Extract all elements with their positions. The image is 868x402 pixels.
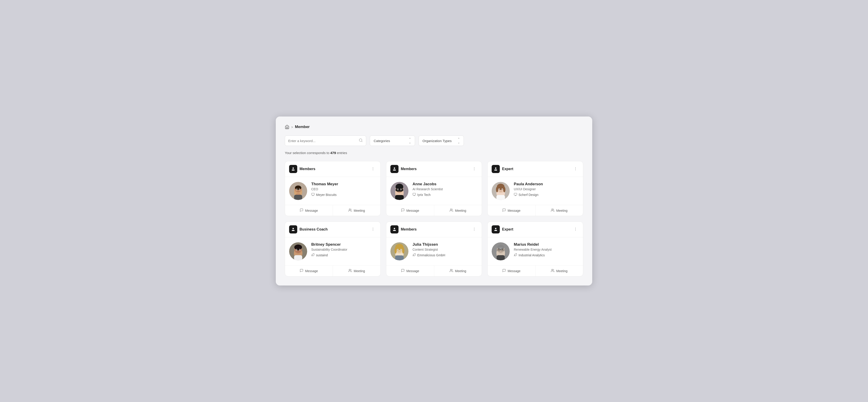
svg-point-97 (552, 269, 553, 270)
svg-point-42 (496, 187, 498, 192)
message-icon (401, 208, 405, 213)
avatar (492, 182, 510, 200)
card-type-badge: Members (391, 165, 416, 173)
message-label: Message (406, 209, 419, 212)
card-more-button[interactable] (370, 226, 376, 233)
meeting-button[interactable]: Meeting (333, 266, 381, 276)
member-name: Julia Thijssen (412, 242, 477, 247)
meeting-icon (450, 208, 453, 213)
meeting-button[interactable]: Meeting (535, 266, 583, 276)
card-type-badge: Expert (492, 165, 513, 173)
badge-label: Expert (502, 167, 513, 171)
svg-point-18 (394, 167, 395, 169)
svg-point-52 (373, 228, 373, 228)
org-name: Emmalicious GmbH (417, 253, 445, 257)
member-card: Members Anne Jacobs AI Research Scientis… (386, 161, 482, 216)
svg-point-21 (474, 170, 474, 170)
svg-point-94 (498, 249, 499, 250)
card-more-button[interactable] (471, 166, 477, 172)
avatar (289, 182, 307, 200)
svg-rect-80 (395, 255, 404, 260)
svg-point-46 (499, 189, 500, 190)
svg-point-68 (474, 229, 474, 229)
avatar (391, 182, 408, 200)
card-more-button[interactable] (572, 166, 579, 172)
svg-point-13 (299, 189, 300, 190)
member-card: Business Coach Britney Spencer Sustainab… (285, 222, 381, 277)
message-button[interactable]: Message (386, 266, 434, 276)
org-name: Industrial Analytics (519, 253, 545, 257)
member-role: Renewable Energy Analyst (514, 248, 579, 251)
svg-point-53 (373, 229, 373, 229)
member-role: AI Research Scientist (412, 187, 477, 191)
card-type-badge: Members (391, 225, 416, 233)
card-footer: Message Meeting (386, 205, 482, 216)
member-info: Marius Reidel Renewable Energy Analyst I… (514, 242, 579, 257)
org-icon (412, 253, 416, 257)
member-info: Anne Jacobs AI Research Scientist Iyrix … (412, 182, 477, 197)
meeting-button[interactable]: Meeting (333, 205, 381, 216)
svg-point-47 (502, 189, 503, 190)
svg-point-43 (503, 187, 505, 192)
message-label: Message (406, 269, 419, 273)
svg-point-33 (450, 209, 452, 210)
card-more-button[interactable] (572, 226, 579, 233)
org-types-label: Organization Types (423, 139, 453, 143)
categories-filter[interactable]: Categories ⌃⌄ (370, 136, 415, 146)
member-org: Industrial Analytics (514, 253, 579, 257)
svg-point-35 (575, 167, 576, 168)
message-button[interactable]: Message (488, 205, 535, 216)
org-name: sustaind (316, 253, 328, 257)
badge-icon (391, 165, 399, 173)
meeting-button[interactable]: Meeting (434, 205, 482, 216)
svg-rect-48 (496, 195, 505, 200)
member-info: Thomas Meyer CEO Meyer Biscuits (311, 182, 376, 197)
meeting-button[interactable]: Meeting (434, 266, 482, 276)
svg-point-2 (292, 167, 294, 169)
org-icon (311, 253, 315, 257)
breadcrumb-current-page: Member (295, 125, 310, 129)
message-button[interactable]: Message (285, 266, 333, 276)
search-icon (359, 138, 363, 143)
org-icon (311, 193, 315, 197)
card-body: Britney Spencer Sustainability Coordinat… (285, 237, 380, 265)
svg-rect-15 (294, 195, 302, 200)
svg-point-75 (402, 247, 404, 254)
card-more-button[interactable] (471, 226, 477, 233)
member-org: Emmalicious GmbH (412, 253, 477, 257)
member-org: Meyer Biscuits (311, 193, 376, 197)
card-footer: Message Meeting (488, 205, 583, 216)
home-icon[interactable] (285, 125, 289, 129)
message-icon (300, 208, 303, 213)
svg-point-54 (373, 230, 373, 231)
categories-chevron-icon: ⌃⌄ (409, 137, 411, 144)
svg-point-84 (575, 229, 576, 229)
org-types-filter[interactable]: Organization Types ⌃⌄ (418, 136, 464, 146)
svg-point-83 (575, 228, 576, 228)
badge-icon (492, 165, 500, 173)
card-body: Thomas Meyer CEO Meyer Biscuits (285, 177, 380, 205)
card-more-button[interactable] (370, 166, 376, 172)
card-header: Expert (488, 161, 583, 177)
svg-point-19 (474, 167, 474, 168)
search-wrapper[interactable] (285, 136, 366, 146)
message-button[interactable]: Message (285, 205, 333, 216)
meeting-button[interactable]: Meeting (535, 205, 583, 216)
member-info: Britney Spencer Sustainability Coordinat… (311, 242, 376, 257)
meeting-icon (348, 208, 352, 213)
search-input[interactable] (288, 139, 356, 143)
member-name: Thomas Meyer (311, 182, 376, 186)
svg-point-63 (299, 249, 300, 250)
svg-point-74 (395, 247, 397, 254)
member-name: Anne Jacobs (412, 182, 477, 186)
meeting-label: Meeting (556, 269, 567, 273)
svg-rect-49 (514, 193, 517, 195)
message-icon (300, 269, 303, 273)
meeting-label: Meeting (455, 269, 466, 273)
message-button[interactable]: Message (386, 205, 434, 216)
svg-point-20 (474, 168, 474, 169)
message-button[interactable]: Message (488, 266, 535, 276)
card-header: Members (386, 161, 482, 177)
member-name: Paula Anderson (514, 182, 579, 186)
svg-point-37 (575, 170, 576, 170)
